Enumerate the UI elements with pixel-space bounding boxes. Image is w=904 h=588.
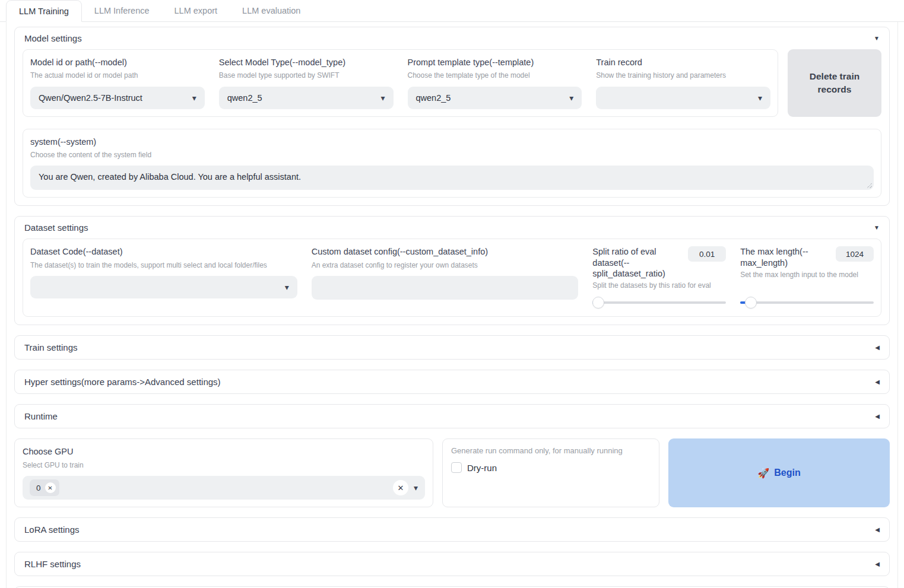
collapse-left-icon: ◀ (875, 345, 880, 351)
rlhf-settings-title: RLHF settings (24, 559, 81, 569)
collapse-left-icon: ◀ (875, 379, 880, 385)
collapse-left-icon: ◀ (875, 527, 880, 533)
lora-settings-section: LoRA settings ◀ (14, 517, 890, 542)
collapse-left-icon: ◀ (875, 561, 880, 567)
model-type-dropdown[interactable]: qwen2_5 ▾ (219, 87, 394, 109)
system-info: Choose the content of the system field (30, 151, 874, 160)
begin-button-label: Begin (774, 468, 800, 478)
choose-gpu-info: Select GPU to train (23, 461, 425, 471)
custom-dataset-config-input[interactable] (312, 276, 579, 300)
model-fields-group: Model id or path(--model) The actual mod… (23, 49, 778, 117)
runtime-accordion-header[interactable]: Runtime ◀ (15, 405, 889, 428)
dataset-code-dropdown[interactable]: ▾ (30, 276, 297, 298)
custom-dataset-config-label: Custom dataset config(--custom_dataset_i… (312, 246, 579, 257)
model-settings-section: Model settings ▼ Model id or path(--mode… (14, 27, 890, 206)
model-settings-body: Model id or path(--model) The actual mod… (15, 49, 889, 205)
dry-run-label: Dry-run (467, 463, 497, 473)
delete-train-records-button[interactable]: Delete train records (788, 49, 881, 117)
gpu-chip: 0 ✕ (30, 479, 59, 496)
clear-selection-icon[interactable]: ✕ (393, 480, 408, 495)
model-id-label: Model id or path(--model) (30, 57, 205, 68)
template-field: Prompt template type(--template) Choose … (408, 57, 582, 109)
max-length-slider[interactable] (740, 296, 874, 309)
collapse-down-icon: ▼ (874, 36, 880, 42)
choose-gpu-label: Choose GPU (23, 446, 425, 457)
slider-handle[interactable] (592, 297, 604, 309)
template-label: Prompt template type(--template) (408, 57, 582, 68)
model-type-label: Select Model Type(--model_type) (219, 57, 394, 68)
dataset-code-label: Dataset Code(--dataset) (30, 246, 297, 257)
custom-dataset-config-field: Custom dataset config(--custom_dataset_i… (312, 246, 579, 309)
split-ratio-slider[interactable] (592, 296, 726, 309)
model-settings-title: Model settings (24, 33, 82, 43)
begin-button[interactable]: 🚀 Begin (668, 438, 890, 507)
collapse-left-icon: ◀ (875, 414, 880, 419)
split-ratio-label: Split ratio of eval dataset(--split_data… (592, 246, 683, 278)
model-type-value: qwen2_5 (227, 93, 262, 103)
split-ratio-number-input[interactable]: 0.01 (688, 246, 726, 262)
tab-llm-export[interactable]: LLM export (162, 0, 230, 21)
rocket-icon: 🚀 (757, 468, 769, 479)
resize-handle-icon[interactable] (866, 182, 872, 188)
lora-settings-accordion-header[interactable]: LoRA settings ◀ (15, 518, 889, 541)
gpu-multiselect[interactable]: 0 ✕ ✕ ▾ (23, 476, 425, 500)
rlhf-settings-accordion-header[interactable]: RLHF settings ◀ (15, 552, 889, 576)
slider-handle[interactable] (745, 297, 757, 309)
chevron-down-icon: ▾ (380, 94, 385, 102)
chevron-down-icon: ▾ (192, 94, 196, 102)
max-length-number-input[interactable]: 1024 (836, 246, 874, 262)
max-length-field: The max length(--max_length) 1024 Set th… (740, 246, 874, 309)
choose-gpu-card: Choose GPU Select GPU to train 0 ✕ ✕ ▾ (14, 438, 433, 507)
chevron-down-icon: ▾ (758, 94, 762, 102)
model-type-info: Base model type supported by SWIFT (219, 71, 394, 81)
slider-track (740, 301, 874, 304)
train-record-dropdown[interactable]: ▾ (596, 87, 770, 109)
chevron-down-icon: ▾ (414, 484, 418, 492)
tab-bar: LLM Training LLM Inference LLM export LL… (0, 0, 904, 22)
dataset-code-info: The dataset(s) to train the models, supp… (30, 261, 297, 271)
train-record-info: Show the training history and parameters (596, 71, 770, 81)
gpu-chip-value: 0 (36, 484, 41, 492)
collapse-down-icon: ▼ (874, 225, 880, 231)
tab-llm-training[interactable]: LLM Training (6, 0, 82, 22)
chevron-down-icon: ▾ (569, 94, 573, 102)
tab-llm-evaluation[interactable]: LLM evaluation (230, 0, 313, 21)
system-value: You are Qwen, created by Alibaba Cloud. … (39, 172, 301, 182)
max-length-label: The max length(--max_length) (740, 246, 831, 268)
dataset-settings-title: Dataset settings (24, 223, 88, 233)
template-info: Choose the template type of the model (408, 71, 582, 81)
custom-dataset-config-info: An extra dataset config to register your… (312, 261, 579, 271)
dataset-settings-accordion-header[interactable]: Dataset settings ▼ (15, 217, 889, 239)
hyper-settings-accordion-header[interactable]: Hyper settings(more params->Advanced set… (15, 370, 889, 393)
template-value: qwen2_5 (416, 93, 451, 103)
run-command-card: Generate run command only, for manually … (442, 438, 659, 507)
model-settings-accordion-header[interactable]: Model settings ▼ (15, 27, 889, 49)
model-id-dropdown[interactable]: Qwen/Qwen2.5-7B-Instruct ▾ (30, 87, 205, 109)
dataset-settings-body: Dataset Code(--dataset) The dataset(s) t… (15, 239, 889, 325)
training-tab-panel: Model settings ▼ Model id or path(--mode… (6, 22, 898, 588)
gpu-run-row: Choose GPU Select GPU to train 0 ✕ ✕ ▾ G… (14, 438, 890, 507)
dry-run-checkbox[interactable] (451, 462, 462, 473)
chevron-down-icon: ▾ (285, 283, 289, 291)
model-type-field: Select Model Type(--model_type) Base mod… (219, 57, 394, 109)
runtime-title: Runtime (24, 411, 58, 421)
model-id-field: Model id or path(--model) The actual mod… (30, 57, 205, 109)
system-group: system(--system) Choose the content of t… (23, 129, 881, 198)
slider-track (592, 301, 726, 304)
chip-remove-icon[interactable]: ✕ (45, 482, 56, 493)
dry-run-note: Generate run command only, for manually … (451, 446, 651, 455)
train-settings-section: Train settings ◀ (14, 335, 890, 360)
model-id-info: The actual model id or model path (30, 71, 205, 81)
split-ratio-field: Split ratio of eval dataset(--split_data… (592, 246, 726, 309)
runtime-section: Runtime ◀ (14, 404, 890, 428)
dry-run-option[interactable]: Dry-run (451, 462, 651, 473)
train-settings-accordion-header[interactable]: Train settings ◀ (15, 336, 889, 359)
tab-llm-inference[interactable]: LLM Inference (82, 0, 162, 21)
template-dropdown[interactable]: qwen2_5 ▾ (408, 87, 582, 109)
system-label: system(--system) (30, 136, 874, 147)
split-ratio-info: Split the datasets by this ratio for eva… (592, 281, 726, 291)
dataset-fields-group: Dataset Code(--dataset) The dataset(s) t… (23, 239, 881, 317)
max-length-info: Set the max length input to the model (740, 271, 874, 280)
train-settings-title: Train settings (24, 342, 77, 352)
system-textarea[interactable]: You are Qwen, created by Alibaba Cloud. … (30, 166, 874, 190)
